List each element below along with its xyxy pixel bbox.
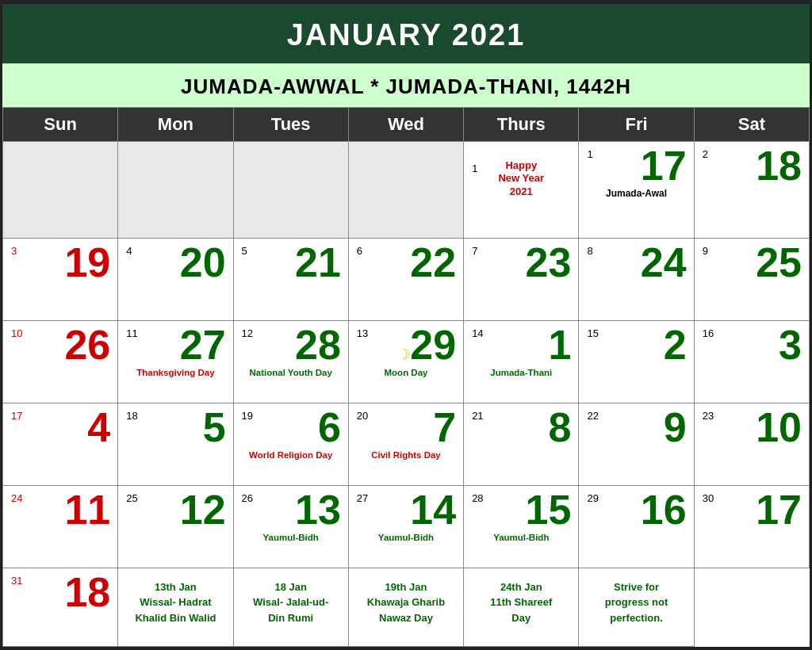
day-cell: 4 20 [118,239,233,321]
day-cell [234,142,349,239]
day-cell: 31 18 [3,568,118,647]
day-cell: 2 18 [695,142,810,239]
day-header-sat: Sat [695,108,810,142]
calendar-subheader: JUMADA-AWWAL * JUMADA-THANI, 1442H [2,63,810,107]
day-cell: 23 10 [695,403,810,486]
day-cell: 11 27 Thanksgiving Day [118,321,233,403]
day-cell: Strive forprogress notperfection. [579,568,694,647]
calendar-title: JANUARY 2021 [2,4,810,63]
day-cell: 5 21 [234,239,349,321]
day-cell: 19th JanKhawaja GharibNawaz Day [349,568,464,647]
day-cell: 27 14 Yaumul-Bidh [349,486,464,568]
day-cell: 30 17 [695,486,810,568]
day-cell: 21 8 [464,403,579,486]
day-cell: 24 11 [3,486,118,568]
day-cell: 6 22 [349,239,464,321]
day-cell: 1 17 Jumada-Awal [579,142,694,239]
day-header-thurs: Thurs [464,108,579,142]
day-cell: 1 HappyNew Year2021 [464,142,579,239]
day-header-mon: Mon [118,108,233,142]
day-cell: 10 26 [3,321,118,403]
day-header-tues: Tues [234,108,349,142]
day-cell: 15 2 [579,321,694,403]
day-cell: 17 4 [3,403,118,486]
day-cell: 7 23 [464,239,579,321]
day-cell: 19 6 World Religion Day [234,403,349,486]
day-cell: 18 5 [118,403,233,486]
day-cell: 18 JanWisal- Jalal-ud-Din Rumi [234,568,349,647]
day-cell: 29 16 [579,486,694,568]
day-cell [3,142,118,239]
day-cell: 28 15 Yaumul-Bidh [464,486,579,568]
day-cell: 14 1 Jumada-Thani [464,321,579,403]
day-cell: 13 ☽29 Moon Day [349,321,464,403]
day-cell: 8 24 [579,239,694,321]
day-cell: 20 7 Civil Rights Day [349,403,464,486]
day-cell [349,142,464,239]
day-header-sun: Sun [3,108,118,142]
day-cell: 26 13 Yaumul-Bidh [234,486,349,568]
day-cell [118,142,233,239]
day-cell: 22 9 [579,403,694,486]
day-cell: 25 12 [118,486,233,568]
calendar: JANUARY 2021 JUMADA-AWWAL * JUMADA-THANI… [0,2,812,649]
day-cell: 12 28 National Youth Day [234,321,349,403]
day-cell: 13th JanWissal- HadratKhalid Bin Walid [118,568,233,647]
day-header-wed: Wed [349,108,464,142]
day-cell: 16 3 [695,321,810,403]
day-header-fri: Fri [579,108,694,142]
day-cell: 24th Jan11th ShareefDay [464,568,579,647]
day-cell: 9 25 [695,239,810,321]
day-cell: 3 19 [3,239,118,321]
calendar-grid: SunMonTuesWedThursFriSat 1 HappyNew Year… [2,107,810,647]
